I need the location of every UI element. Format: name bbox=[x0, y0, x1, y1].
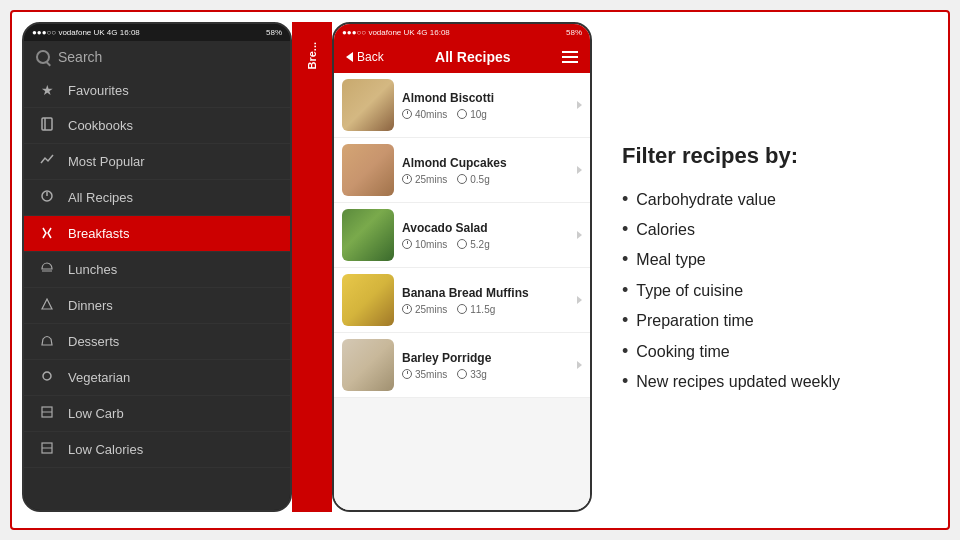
recipe-name-almond-biscotti: Almond Biscotti bbox=[402, 91, 569, 105]
filter-item-preparation-time: • Preparation time bbox=[622, 306, 918, 336]
vegetarian-icon bbox=[38, 369, 56, 386]
recipe-thumb-almond-biscotti bbox=[342, 79, 394, 131]
nav-item-vegetarian[interactable]: Vegetarian bbox=[24, 360, 290, 396]
nav-item-lunches[interactable]: Lunches bbox=[24, 252, 290, 288]
nav-label-dinners: Dinners bbox=[68, 298, 113, 313]
low-calories-icon bbox=[38, 441, 56, 458]
left-phone: ●●●○○ vodafone UK 4G 16:08 58% Search ★ … bbox=[22, 22, 292, 512]
nav-label-all-recipes: All Recipes bbox=[68, 190, 133, 205]
clock-icon bbox=[402, 304, 412, 314]
star-icon: ★ bbox=[38, 82, 56, 98]
filter-label-new-recipes: New recipes updated weekly bbox=[636, 371, 840, 393]
recipe-time-avocado-salad: 10mins bbox=[402, 239, 447, 250]
recipe-item-banana-bread-muffins[interactable]: Banana Bread Muffins 25mins 11.5g bbox=[334, 268, 590, 333]
recipe-info-almond-biscotti: Almond Biscotti 40mins 10g bbox=[402, 91, 569, 120]
nav-item-favourites[interactable]: ★ Favourites bbox=[24, 73, 290, 108]
lunches-icon bbox=[38, 261, 56, 278]
hamburger-menu[interactable] bbox=[562, 51, 578, 63]
recipe-name-avocado-salad: Avocado Salad bbox=[402, 221, 569, 235]
filter-label-calories: Calories bbox=[636, 219, 695, 241]
filter-label-meal-type: Meal type bbox=[636, 249, 705, 271]
bullet-cooking-time: • bbox=[622, 341, 628, 363]
recipe-name-banana-bread-muffins: Banana Bread Muffins bbox=[402, 286, 569, 300]
nav-menu: ★ Favourites Cookbooks Most Popular bbox=[24, 73, 290, 510]
filter-item-carbohydrate: • Carbohydrate value bbox=[622, 185, 918, 215]
nav-label-most-popular: Most Popular bbox=[68, 154, 145, 169]
nav-item-dinners[interactable]: Dinners bbox=[24, 288, 290, 324]
recipe-info-avocado-salad: Avocado Salad 10mins 5.2g bbox=[402, 221, 569, 250]
nav-item-most-popular[interactable]: Most Popular bbox=[24, 144, 290, 180]
filter-label-carbohydrate: Carbohydrate value bbox=[636, 189, 776, 211]
nav-item-low-carb[interactable]: Low Carb bbox=[24, 396, 290, 432]
nav-item-desserts[interactable]: Desserts bbox=[24, 324, 290, 360]
clock-icon bbox=[402, 369, 412, 379]
right-battery: 58% bbox=[566, 28, 582, 37]
chevron-right-icon bbox=[577, 231, 582, 239]
filter-label-cooking-time: Cooking time bbox=[636, 341, 729, 363]
low-carb-icon bbox=[38, 405, 56, 422]
svg-rect-0 bbox=[42, 118, 52, 130]
filter-title-black: : bbox=[791, 143, 798, 168]
recipe-item-barley-porridge[interactable]: Barley Porridge 35mins 33g bbox=[334, 333, 590, 398]
trending-icon bbox=[38, 153, 56, 170]
nav-label-breakfasts: Breakfasts bbox=[68, 226, 129, 241]
bullet-meal-type: • bbox=[622, 249, 628, 271]
page-title: All Recipes bbox=[435, 49, 510, 65]
recipe-carbs-almond-cupcakes: 0.5g bbox=[457, 174, 489, 185]
carb-icon bbox=[457, 239, 467, 249]
recipe-thumb-barley-porridge bbox=[342, 339, 394, 391]
search-icon bbox=[36, 50, 50, 64]
carb-icon bbox=[457, 109, 467, 119]
recipe-item-avocado-salad[interactable]: Avocado Salad 10mins 5.2g bbox=[334, 203, 590, 268]
recipe-time-almond-biscotti: 40mins bbox=[402, 109, 447, 120]
chevron-right-icon bbox=[577, 361, 582, 369]
filter-list: • Carbohydrate value • Calories • Meal t… bbox=[622, 185, 918, 398]
recipe-time-banana-bread-muffins: 25mins bbox=[402, 304, 447, 315]
nav-label-low-calories: Low Calories bbox=[68, 442, 143, 457]
nav-item-all-recipes[interactable]: All Recipes bbox=[24, 180, 290, 216]
carb-icon bbox=[457, 174, 467, 184]
bullet-carbohydrate: • bbox=[622, 189, 628, 211]
filter-item-cuisine: • Type of cuisine bbox=[622, 276, 918, 306]
recipe-info-barley-porridge: Barley Porridge 35mins 33g bbox=[402, 351, 569, 380]
nav-item-breakfasts[interactable]: Breakfasts bbox=[24, 216, 290, 252]
hamburger-line-1 bbox=[562, 51, 578, 53]
recipe-carbs-banana-bread-muffins: 11.5g bbox=[457, 304, 495, 315]
back-button[interactable]: Back bbox=[346, 50, 384, 64]
recipe-item-almond-cupcakes[interactable]: Almond Cupcakes 25mins 0.5g bbox=[334, 138, 590, 203]
desserts-icon bbox=[38, 333, 56, 350]
recipe-meta-almond-biscotti: 40mins 10g bbox=[402, 109, 569, 120]
chevron-right-icon bbox=[577, 296, 582, 304]
search-bar[interactable]: Search bbox=[24, 41, 290, 73]
recipe-carbs-avocado-salad: 5.2g bbox=[457, 239, 489, 250]
left-battery: 58% bbox=[266, 28, 282, 37]
recipe-name-barley-porridge: Barley Porridge bbox=[402, 351, 569, 365]
clock-icon bbox=[402, 109, 412, 119]
back-label: Back bbox=[357, 50, 384, 64]
chevron-right-icon bbox=[577, 101, 582, 109]
recipes-icon bbox=[38, 189, 56, 206]
filter-item-cooking-time: • Cooking time bbox=[622, 337, 918, 367]
filter-title-red: Filter recipes by bbox=[622, 143, 791, 168]
dinners-icon bbox=[38, 297, 56, 314]
recipe-item-almond-biscotti[interactable]: Almond Biscotti 40mins 10g bbox=[334, 73, 590, 138]
right-phone: ●●●○○ vodafone UK 4G 16:08 58% Back All … bbox=[332, 22, 592, 512]
recipe-info-almond-cupcakes: Almond Cupcakes 25mins 0.5g bbox=[402, 156, 569, 185]
nav-item-cookbooks[interactable]: Cookbooks bbox=[24, 108, 290, 144]
info-panel: Filter recipes by: • Carbohydrate value … bbox=[602, 22, 938, 518]
left-carrier: ●●●○○ vodafone UK 4G 16:08 bbox=[32, 28, 140, 37]
filter-item-meal-type: • Meal type bbox=[622, 245, 918, 275]
left-status-bar: ●●●○○ vodafone UK 4G 16:08 58% bbox=[24, 24, 290, 41]
recipe-list: Almond Biscotti 40mins 10g bbox=[334, 73, 590, 510]
recipe-meta-barley-porridge: 35mins 33g bbox=[402, 369, 569, 380]
phones-wrapper: ●●●○○ vodafone UK 4G 16:08 58% Search ★ … bbox=[22, 22, 592, 512]
nav-item-low-calories[interactable]: Low Calories bbox=[24, 432, 290, 468]
recipe-time-barley-porridge: 35mins bbox=[402, 369, 447, 380]
recipe-carbs-barley-porridge: 33g bbox=[457, 369, 487, 380]
nav-label-cookbooks: Cookbooks bbox=[68, 118, 133, 133]
clock-icon bbox=[402, 239, 412, 249]
filter-label-cuisine: Type of cuisine bbox=[636, 280, 743, 302]
nav-label-lunches: Lunches bbox=[68, 262, 117, 277]
search-label: Search bbox=[58, 49, 102, 65]
carb-icon bbox=[457, 369, 467, 379]
